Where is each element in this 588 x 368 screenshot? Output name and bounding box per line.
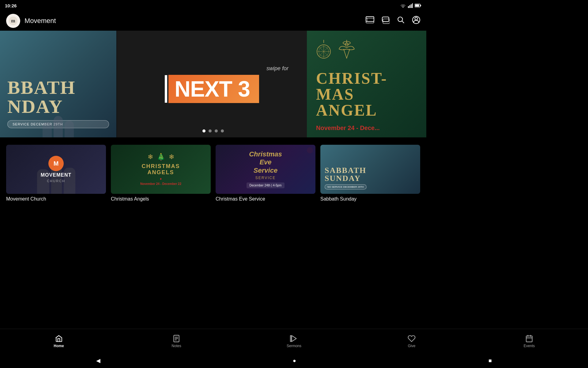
- movement-logo: M MOVEMENT CHURCH: [41, 156, 71, 183]
- series-title-christmas-eve: Christmas Eve Service: [216, 196, 315, 202]
- sabbath-title-partial: BBATHNDAY: [7, 78, 109, 116]
- series-card-movement[interactable]: M MOVEMENT CHURCH Movement Church: [6, 145, 106, 202]
- next3-block: NEXT 3: [165, 75, 259, 103]
- svg-rect-2: [411, 4, 412, 8]
- status-icons: [400, 3, 421, 8]
- series-section: M MOVEMENT CHURCH Movement Church ❄ 🎄 ❄ …: [0, 137, 426, 202]
- series-thumb-christmas-eve: ChristmasEveService SERVICE December 24t…: [216, 145, 315, 194]
- next3-text: NEXT 3: [168, 75, 259, 103]
- xmas-angels-date: November 24 - December 22: [140, 182, 181, 186]
- signal-icon: [408, 3, 413, 8]
- christmas-date-partial: November 24 - Dece...: [316, 125, 380, 132]
- movement-logo-circle: M: [48, 156, 64, 171]
- ornament-3: ❄: [169, 153, 174, 161]
- carousel-slide-next3[interactable]: swipe for NEXT 3: [117, 31, 307, 137]
- svg-point-16: [415, 17, 418, 20]
- svg-rect-6: [415, 5, 419, 7]
- christmas-ornaments-partial: [316, 40, 356, 64]
- messages-button[interactable]: [382, 16, 390, 26]
- search-icon: [397, 16, 405, 24]
- carousel-dots: [202, 129, 224, 132]
- swipe-label: swipe for: [266, 65, 307, 72]
- app-bar-left: m Movement: [6, 14, 56, 28]
- messages-button[interactable]: [366, 16, 374, 25]
- angel-svg: [337, 40, 356, 64]
- xmas-angels-title: CHRISTMASANGELS: [142, 163, 180, 176]
- app-bar-right: [366, 16, 420, 26]
- svg-text:m: m: [11, 18, 15, 23]
- xmas-eve-details: December 24th | 4-5pm: [247, 182, 285, 188]
- carousel-dot-2[interactable]: [209, 129, 212, 132]
- carousel-dot-3[interactable]: [215, 129, 218, 132]
- chat-icon: [382, 16, 390, 24]
- logo-icon: m: [8, 16, 18, 26]
- app-logo[interactable]: m: [6, 14, 20, 28]
- series-title-movement: Movement Church: [6, 196, 106, 202]
- series-card-sabbath[interactable]: SABBATHSUNDAY NO SERVICE DECEMBER 29TH S…: [320, 145, 420, 202]
- sabbath-badge-sm: NO SERVICE DECEMBER 29TH: [325, 184, 367, 190]
- carousel-dot-1[interactable]: [202, 129, 205, 132]
- svg-line-15: [402, 21, 404, 23]
- battery-icon: [415, 3, 421, 8]
- account-icon: [412, 16, 420, 24]
- hero-carousel[interactable]: BBATHNDAY SERVICE DECEMBER 29TH swipe fo…: [0, 31, 426, 137]
- series-title-christmas-angels: Christmas Angels: [111, 196, 211, 202]
- series-card-christmas-eve[interactable]: ChristmasEveService SERVICE December 24t…: [216, 145, 315, 202]
- christmas-title-partial: CHRIST-MASANGEL: [316, 71, 387, 118]
- series-card-christmas-angels[interactable]: ❄ 🎄 ❄ CHRISTMASANGELS ♦ November 24 - De…: [111, 145, 211, 202]
- series-title-sabbath: Sabbath Sunday: [320, 196, 420, 202]
- carousel-dot-4[interactable]: [221, 129, 224, 132]
- messages-icon: [366, 16, 374, 24]
- svg-rect-1: [409, 5, 410, 8]
- movement-church-sub: CHURCH: [47, 179, 65, 183]
- app-bar: m Movement: [0, 11, 426, 31]
- carousel-slide-sabbath-partial[interactable]: BBATHNDAY SERVICE DECEMBER 29TH: [0, 31, 116, 137]
- carousel-slide-christmas-partial[interactable]: CHRIST-MASANGEL November 24 - Dece...: [307, 31, 426, 137]
- xmas-angels-ornaments: ❄ 🎄 ❄: [148, 153, 174, 161]
- status-bar: 10:26: [0, 0, 426, 11]
- ornament-2: 🎄: [157, 153, 165, 161]
- series-thumb-christmas-angels: ❄ 🎄 ❄ CHRISTMASANGELS ♦ November 24 - De…: [111, 145, 211, 194]
- xmas-eve-sub: SERVICE: [247, 176, 285, 180]
- movement-church-wordmark: MOVEMENT: [41, 172, 71, 178]
- ornament-1: ❄: [148, 153, 153, 161]
- series-thumb-movement: M MOVEMENT CHURCH: [6, 145, 106, 194]
- next3-label: NEXT 3: [175, 78, 250, 100]
- wifi-icon: [400, 3, 406, 8]
- svg-rect-3: [412, 3, 413, 8]
- series-grid: M MOVEMENT CHURCH Movement Church ❄ 🎄 ❄ …: [6, 145, 420, 202]
- search-button[interactable]: [397, 16, 405, 26]
- sabbath-title-sm: SABBATHSUNDAY: [325, 167, 366, 182]
- svg-rect-0: [408, 6, 409, 8]
- next3-bar: [165, 75, 167, 103]
- xmas-eve-title: ChristmasEveService: [247, 150, 285, 174]
- profile-button[interactable]: [412, 16, 420, 26]
- xmas-eve-content: ChristmasEveService SERVICE December 24t…: [247, 150, 285, 188]
- svg-rect-5: [420, 5, 421, 6]
- ornament-svg: [316, 40, 331, 61]
- status-time: 10:26: [5, 3, 17, 8]
- xmas-diamond: ♦: [160, 177, 162, 181]
- series-thumb-sabbath: SABBATHSUNDAY NO SERVICE DECEMBER 29TH: [320, 145, 420, 194]
- app-title: Movement: [24, 17, 56, 25]
- people-background: [0, 116, 116, 137]
